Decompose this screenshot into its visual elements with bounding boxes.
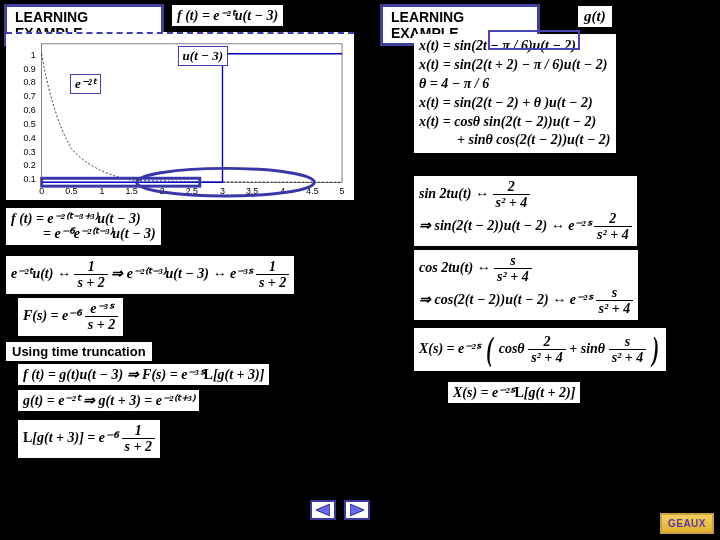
prev-button[interactable]: [310, 500, 336, 520]
next-button[interactable]: [344, 500, 370, 520]
triangle-left-icon: [316, 504, 330, 516]
eq-Fs: F(s) = e⁻⁶ e⁻³ˢs + 2: [18, 298, 123, 336]
eq-Xs-laplace: X(s) = e⁻²ˢL[g(t + 2)]: [448, 382, 580, 403]
svg-text:0.7: 0.7: [23, 91, 35, 101]
svg-text:0.8: 0.8: [23, 77, 35, 87]
svg-text:0.5: 0.5: [23, 119, 35, 129]
eq-cos-pair: cos 2tu(t) ↔ ss² + 4 ⇒ cos(2(t − 2))u(t …: [414, 250, 638, 320]
eq-f-expand: f (t) = e⁻²⁽ᵗ⁻³⁺³⁾u(t − 3) = e⁻⁶e⁻²⁽ᵗ⁻³⁾…: [6, 208, 161, 245]
svg-marker-25: [350, 504, 364, 516]
svg-text:1: 1: [31, 50, 36, 60]
eq-transform-pair: e⁻²ᵗu(t) ↔ 1s + 2 ⇒ e⁻²⁽ᵗ⁻³⁾u(t − 3) ↔ e…: [6, 256, 294, 294]
triangle-right-icon: [350, 504, 364, 516]
svg-text:0.2: 0.2: [23, 160, 35, 170]
annotation-step: u(t − 3): [178, 46, 228, 66]
ft-definition: f (t) = e⁻²ᵗu(t − 3): [172, 5, 283, 26]
annotation-exp: e⁻²ᵗ: [70, 74, 101, 94]
geaux-badge[interactable]: GEAUX: [660, 513, 714, 534]
eq-Xs: X(s) = e⁻²ˢ cosθ 2s² + 4 + sinθ ss² + 4: [414, 328, 666, 371]
nav-buttons: [310, 500, 370, 520]
svg-text:0.4: 0.4: [23, 133, 35, 143]
svg-text:5: 5: [340, 186, 345, 196]
svg-text:0.1: 0.1: [23, 174, 35, 184]
eq-x-expand: x(t) = sin(2t − π / 6)u(t − 2) x(t) = si…: [414, 34, 616, 153]
eq-sin-pair: sin 2tu(t) ↔ 2s² + 4 ⇒ sin(2(t − 2))u(t …: [414, 176, 637, 246]
svg-text:0.6: 0.6: [23, 105, 35, 115]
signal-plot: 0.1 0.2 0.3 0.4 0.5 0.6 0.7 0.8 0.9 1 0 …: [6, 32, 354, 200]
eq-trunc-2: g(t) = e⁻²ᵗ ⇒ g(t + 3) = e⁻²⁽ᵗ⁺³⁾: [18, 390, 199, 411]
eq-trunc-1: f (t) = g(t)u(t − 3) ⇒ F(s) = e⁻³ˢL[g(t …: [18, 364, 269, 385]
subsection-truncation: Using time truncation: [6, 342, 152, 361]
svg-marker-24: [316, 504, 330, 516]
svg-text:0.9: 0.9: [23, 64, 35, 74]
gt-label: g(t): [578, 6, 612, 27]
svg-text:0.3: 0.3: [23, 147, 35, 157]
eq-trunc-3: L[g(t + 3)] = e⁻⁶ 1s + 2: [18, 420, 160, 458]
